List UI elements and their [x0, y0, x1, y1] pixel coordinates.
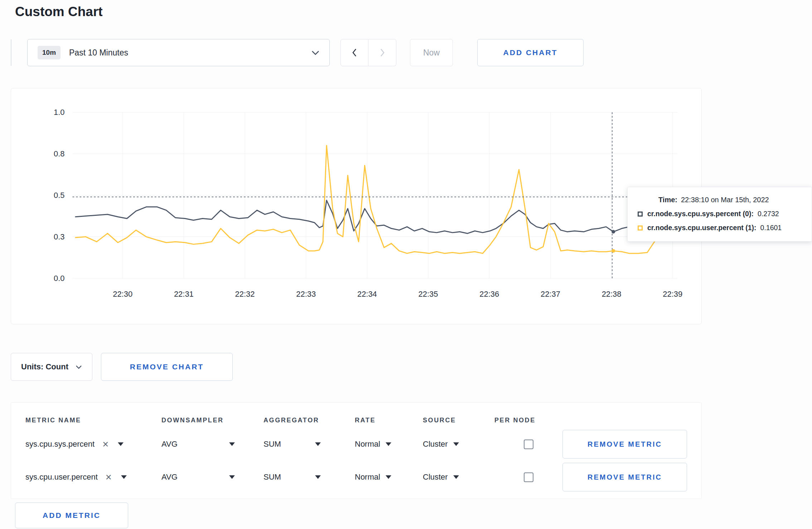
chevron-right-icon: [380, 48, 385, 58]
tooltip-time-row: Time:22:38:10 on Mar 15th, 2022: [658, 196, 802, 204]
metrics-table-header: METRIC NAMEDOWNSAMPLERAGGREGATORRATESOUR…: [11, 413, 701, 428]
custom-chart-page: Custom Chart 10m Past 10 Minutes Now AD: [0, 0, 812, 528]
remove-metric-button[interactable]: REMOVE METRIC: [562, 463, 687, 491]
x-axis-label: 22:31: [174, 290, 194, 299]
time-range-dropdown[interactable]: 10m Past 10 Minutes: [27, 39, 330, 66]
series-swatch-icon: [638, 225, 643, 230]
dropdown-caret-icon: [315, 475, 321, 479]
per-node-checkbox[interactable]: [524, 472, 533, 482]
toolbar: 10m Past 10 Minutes Now ADD CHART: [11, 39, 812, 67]
downsampler-dropdown[interactable]: AVG: [161, 472, 235, 482]
dropdown-caret-icon: [386, 475, 391, 479]
add-chart-button[interactable]: ADD CHART: [477, 39, 584, 66]
metric-row: sys.cpu.user.percent×AVGSUMNormalCluster…: [11, 461, 701, 494]
x-axis-label: 22:30: [113, 290, 132, 299]
clear-metric-icon[interactable]: ×: [106, 472, 112, 482]
add-metric-button[interactable]: ADD METRIC: [15, 503, 128, 528]
aggregator-value: SUM: [264, 440, 281, 449]
metric-name-value: sys.cpu.sys.percent: [25, 440, 95, 449]
y-axis-label: 0.3: [54, 232, 64, 241]
source-dropdown[interactable]: Cluster: [423, 440, 494, 449]
aggregator-dropdown[interactable]: SUM: [264, 440, 321, 449]
x-axis-label: 22:32: [235, 290, 255, 299]
now-button[interactable]: Now: [410, 39, 453, 66]
column-header-aggregator: AGGREGATOR: [264, 417, 355, 424]
y-axis-label: 0.5: [54, 191, 64, 200]
x-axis-label: 22:36: [479, 290, 499, 299]
prev-time-button[interactable]: [340, 39, 368, 66]
hover-point: [612, 249, 615, 253]
metrics-chart[interactable]: 0.00.30.50.81.022:3022:3122:3222:3322:34…: [11, 88, 701, 324]
source-value: Cluster: [423, 440, 448, 449]
clear-metric-icon[interactable]: ×: [102, 439, 108, 450]
time-step-controls: [340, 39, 396, 66]
chevron-left-icon: [352, 48, 357, 58]
next-time-button[interactable]: [368, 39, 396, 66]
units-dropdown[interactable]: Units: Count: [11, 353, 92, 381]
tooltip-series-label: cr.node.sys.cpu.user.percent (1):: [647, 224, 757, 232]
tooltip-time-value: 22:38:10 on Mar 15th, 2022: [681, 196, 769, 204]
dropdown-caret-icon: [386, 442, 391, 446]
time-range-badge: 10m: [38, 46, 61, 59]
column-header-metric-name: METRIC NAME: [25, 417, 161, 424]
tooltip-series-rows: cr.node.sys.cpu.sys.percent (0):0.2732cr…: [638, 210, 802, 232]
rate-value: Normal: [355, 440, 380, 449]
metric-row: sys.cpu.sys.percent×AVGSUMNormalClusterR…: [11, 428, 701, 461]
chart-footer-controls: Units: Count REMOVE CHART: [11, 353, 812, 381]
metric-name-value: sys.cpu.user.percent: [25, 472, 98, 482]
metrics-table-body: sys.cpu.sys.percent×AVGSUMNormalClusterR…: [11, 428, 701, 494]
units-label: Units: Count: [21, 362, 68, 372]
dropdown-caret-icon: [118, 442, 124, 446]
y-axis-label: 0.0: [54, 274, 64, 283]
aggregator-dropdown[interactable]: SUM: [264, 472, 321, 482]
metrics-table: METRIC NAMEDOWNSAMPLERAGGREGATORRATESOUR…: [11, 402, 702, 499]
toolbar-divider: [11, 39, 11, 66]
source-dropdown[interactable]: Cluster: [423, 472, 494, 482]
column-header-downsampler: DOWNSAMPLER: [161, 417, 264, 424]
source-value: Cluster: [423, 472, 448, 482]
metric-name-dropdown[interactable]: sys.cpu.user.percent×: [25, 472, 161, 482]
tooltip-series-row: cr.node.sys.cpu.sys.percent (0):0.2732: [638, 210, 802, 218]
dropdown-caret-icon: [315, 442, 321, 446]
dropdown-caret-icon: [229, 475, 235, 479]
column-header-per-node: PER NODE: [494, 417, 562, 424]
downsampler-dropdown[interactable]: AVG: [161, 440, 235, 449]
x-axis-label: 22:33: [296, 290, 316, 299]
tooltip-series-row: cr.node.sys.cpu.user.percent (1):0.1601: [638, 224, 802, 232]
column-header-source: SOURCE: [423, 417, 494, 424]
dropdown-caret-icon: [453, 442, 459, 446]
rate-dropdown[interactable]: Normal: [355, 472, 423, 482]
metric-name-dropdown[interactable]: sys.cpu.sys.percent×: [25, 439, 161, 450]
y-axis-label: 1.0: [54, 108, 64, 117]
remove-metric-button[interactable]: REMOVE METRIC: [562, 430, 687, 458]
rate-dropdown[interactable]: Normal: [355, 440, 423, 449]
remove-chart-button[interactable]: REMOVE CHART: [101, 353, 233, 381]
chart-tooltip: Time:22:38:10 on Mar 15th, 2022 cr.node.…: [627, 187, 812, 242]
dropdown-caret-icon: [453, 475, 459, 479]
y-axis-label: 0.8: [54, 149, 64, 158]
x-axis-label: 22:35: [419, 290, 438, 299]
dropdown-caret-icon: [121, 475, 127, 479]
hover-point: [612, 230, 615, 234]
x-axis-label: 22:39: [663, 290, 682, 299]
page-title: Custom Chart: [15, 4, 812, 19]
per-node-checkbox[interactable]: [524, 440, 533, 449]
rate-value: Normal: [355, 472, 380, 482]
series-line: [76, 146, 666, 253]
chart-panel: 0.00.30.50.81.022:3022:3122:3222:3322:34…: [11, 88, 702, 324]
x-axis-label: 22:38: [602, 290, 622, 299]
dropdown-caret-icon: [229, 442, 235, 446]
series-swatch-icon: [638, 212, 643, 217]
downsampler-value: AVG: [161, 472, 178, 482]
aggregator-value: SUM: [264, 472, 281, 482]
tooltip-series-label: cr.node.sys.cpu.sys.percent (0):: [647, 210, 754, 218]
x-axis-label: 22:34: [357, 290, 377, 299]
x-axis-label: 22:37: [541, 290, 560, 299]
time-range-label: Past 10 Minutes: [69, 48, 128, 58]
chevron-down-icon: [311, 50, 319, 55]
tooltip-series-value: 0.1601: [760, 224, 782, 232]
chevron-down-icon: [76, 365, 82, 369]
tooltip-series-value: 0.2732: [758, 210, 779, 218]
tooltip-time-label: Time:: [658, 196, 677, 204]
downsampler-value: AVG: [161, 440, 178, 449]
